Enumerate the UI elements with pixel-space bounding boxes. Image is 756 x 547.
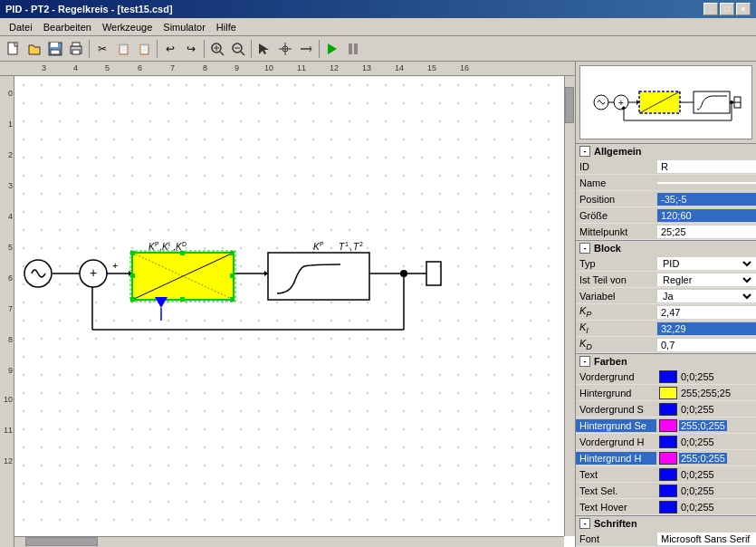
close-button[interactable]: × bbox=[736, 3, 751, 15]
preview-box: + bbox=[579, 65, 752, 139]
expand-allgemein-icon[interactable]: - bbox=[579, 146, 590, 157]
toolbar-run[interactable] bbox=[322, 39, 342, 59]
menu-werkzeuge[interactable]: Werkzeuge bbox=[97, 21, 158, 34]
toolbar-zoom2[interactable] bbox=[228, 39, 248, 59]
istteil-select[interactable]: Regler bbox=[659, 274, 754, 286]
section-schriften-label: Schriften bbox=[594, 518, 637, 529]
svg-rect-32 bbox=[426, 262, 441, 285]
ruler-v-9: 9 bbox=[0, 366, 13, 375]
section-schriften-header[interactable]: - Schriften bbox=[576, 515, 756, 531]
svg-rect-3 bbox=[51, 50, 60, 54]
maximize-button[interactable]: □ bbox=[720, 3, 734, 15]
svg-line-8 bbox=[220, 52, 224, 55]
prop-value-font[interactable]: Microsoft Sans Serif bbox=[657, 533, 756, 545]
section-allgemein-content: ID R Name Position -35;-5 Größe 120;60 M… bbox=[576, 158, 756, 240]
ruler-h-13: 13 bbox=[362, 63, 371, 72]
prop-value-mittelpunkt[interactable]: 25;25 bbox=[657, 226, 756, 238]
toolbar-redo[interactable]: ↪ bbox=[181, 39, 201, 59]
toolbar-copy[interactable]: 📋 bbox=[113, 39, 133, 59]
prop-value-name[interactable] bbox=[657, 182, 756, 184]
color-row-vordergrund-s: Vordergrund S 0;0;255 bbox=[576, 401, 756, 417]
color-row-vordergrund-h: Vordergrund H 0;0;255 bbox=[576, 434, 756, 450]
toolbar-print[interactable] bbox=[66, 39, 86, 59]
preview-svg: + bbox=[589, 66, 743, 139]
canvas-content[interactable]: + - + K P bbox=[14, 76, 564, 536]
prop-label-groesse: Größe bbox=[576, 209, 657, 222]
menu-datei[interactable]: Datei bbox=[4, 21, 38, 34]
prop-value-istteil[interactable]: Regler bbox=[657, 274, 756, 286]
expand-schriften-icon[interactable]: - bbox=[579, 518, 590, 529]
color-value-vordergrund-s: 0;0;255 bbox=[679, 404, 716, 415]
section-schriften-content: Font Microsoft Sans Serif bbox=[576, 531, 756, 547]
section-allgemein-label: Allgemein bbox=[594, 146, 642, 157]
prop-value-kp[interactable]: 2,47 bbox=[657, 306, 756, 319]
prop-value-groesse[interactable]: 120;60 bbox=[657, 209, 756, 222]
color-swatch-vordergrund-s[interactable] bbox=[659, 403, 677, 416]
ruler-v-12: 12 bbox=[0, 456, 13, 465]
prop-value-ki[interactable]: 32,29 bbox=[657, 322, 756, 335]
color-row-text-hover: Text Hover 0;0;255 bbox=[576, 499, 756, 515]
color-swatch-vordergrund-h[interactable] bbox=[659, 436, 677, 448]
toolbar-undo[interactable]: ↩ bbox=[160, 39, 180, 59]
color-label-text-hover: Text Hover bbox=[576, 501, 657, 513]
prop-value-typ[interactable]: PID bbox=[657, 257, 756, 270]
ruler-h-16: 16 bbox=[460, 63, 469, 72]
color-swatch-text-sel[interactable] bbox=[659, 485, 677, 497]
ruler-v-8: 8 bbox=[0, 335, 13, 344]
color-swatch-hintergrund-h[interactable] bbox=[659, 452, 677, 465]
color-swatch-text-hover[interactable] bbox=[659, 501, 677, 513]
variabel-select[interactable]: JaNein bbox=[659, 290, 754, 302]
menu-hilfe[interactable]: Hilfe bbox=[211, 21, 242, 34]
scrollbar-v-thumb[interactable] bbox=[565, 87, 574, 123]
toolbar-sep-4 bbox=[251, 40, 252, 58]
toolbar-crosshair[interactable] bbox=[275, 39, 295, 59]
color-label-vordergrund-h: Vordergrund H bbox=[576, 436, 657, 448]
svg-text:I: I bbox=[168, 241, 170, 247]
scrollbar-h-thumb[interactable] bbox=[25, 537, 98, 546]
canvas-area[interactable]: 3 4 5 6 7 8 9 10 11 12 13 14 15 16 bbox=[0, 62, 575, 547]
toolbar-cut[interactable]: ✂ bbox=[92, 39, 112, 59]
diagram-svg: + - + K P bbox=[14, 76, 564, 536]
color-value-text: 0;0;255 bbox=[679, 469, 716, 480]
prop-row-kp: KP 2,47 bbox=[576, 304, 756, 321]
typ-select[interactable]: PID bbox=[659, 257, 754, 270]
prop-label-kp: KP bbox=[576, 304, 657, 320]
svg-line-12 bbox=[241, 52, 244, 55]
expand-farben-icon[interactable]: - bbox=[579, 356, 590, 367]
prop-value-variabel[interactable]: JaNein bbox=[657, 290, 756, 302]
section-block-header[interactable]: - Block bbox=[576, 240, 756, 255]
prop-row-mittelpunkt: Mittelpunkt 25;25 bbox=[576, 224, 756, 240]
svg-text:1: 1 bbox=[345, 241, 349, 247]
toolbar-save[interactable] bbox=[45, 39, 65, 59]
color-swatch-hintergrund-se[interactable] bbox=[659, 419, 677, 432]
toolbar-open[interactable] bbox=[24, 39, 44, 59]
menu-bearbeiten[interactable]: Bearbeiten bbox=[38, 21, 97, 34]
scrollbar-h[interactable] bbox=[14, 536, 564, 547]
expand-block-icon[interactable]: - bbox=[579, 243, 590, 254]
section-allgemein-header[interactable]: - Allgemein bbox=[576, 143, 756, 158]
toolbar-sep-2 bbox=[157, 40, 158, 58]
toolbar-pause[interactable] bbox=[343, 39, 363, 59]
section-block-content: Typ PID Ist Teil von Regler Variabel JaN… bbox=[576, 255, 756, 353]
minimize-button[interactable]: _ bbox=[703, 3, 718, 15]
color-swatch-text[interactable] bbox=[659, 468, 677, 481]
color-value-text-hover: 0;0;255 bbox=[679, 502, 716, 513]
color-swatch-vordergrund[interactable] bbox=[659, 370, 677, 383]
prop-value-position[interactable]: -35;-5 bbox=[657, 193, 756, 206]
color-swatch-hintergrund[interactable] bbox=[659, 387, 677, 399]
scrollbar-v[interactable] bbox=[564, 76, 575, 536]
toolbar-wire[interactable] bbox=[296, 39, 316, 59]
color-label-hintergrund: Hintergrund bbox=[576, 387, 657, 399]
menu-simulator[interactable]: Simulator bbox=[158, 21, 210, 34]
toolbar-paste[interactable]: 📋 bbox=[134, 39, 154, 59]
prop-label-variabel: Variabel bbox=[576, 290, 657, 302]
toolbar-pointer[interactable] bbox=[254, 39, 274, 59]
section-farben-header[interactable]: - Farben bbox=[576, 353, 756, 369]
toolbar-new[interactable] bbox=[4, 39, 24, 59]
ruler-v-0: 0 bbox=[0, 89, 13, 98]
toolbar-zoom1[interactable] bbox=[207, 39, 227, 59]
color-value-hintergrund-h: 255;0;255 bbox=[679, 453, 727, 464]
prop-value-kd[interactable]: 0,7 bbox=[657, 339, 756, 351]
prop-value-id[interactable]: R bbox=[657, 160, 756, 173]
svg-rect-67 bbox=[230, 274, 234, 278]
